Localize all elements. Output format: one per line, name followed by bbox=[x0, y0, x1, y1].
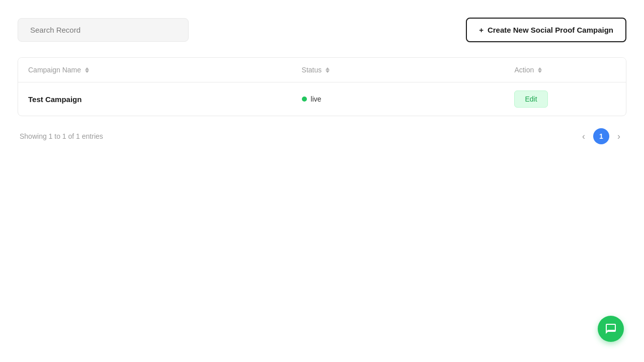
campaign-name-cell: Test Campaign bbox=[18, 82, 292, 116]
sort-up-icon bbox=[538, 67, 542, 70]
action-cell: Edit bbox=[504, 82, 626, 116]
edit-button[interactable]: Edit bbox=[514, 90, 547, 108]
column-header-action[interactable]: Action bbox=[504, 58, 626, 82]
create-campaign-label: Create New Social Proof Campaign bbox=[488, 26, 613, 34]
entries-info: Showing 1 to 1 of 1 entries bbox=[20, 132, 103, 140]
create-campaign-button[interactable]: + Create New Social Proof Campaign bbox=[466, 18, 626, 42]
campaigns-table: Campaign Name Status bbox=[18, 58, 626, 116]
top-bar: + Create New Social Proof Campaign bbox=[18, 18, 626, 42]
sort-icon-campaign[interactable] bbox=[85, 67, 89, 73]
sort-down-icon bbox=[85, 70, 89, 73]
sort-up-icon bbox=[326, 67, 330, 70]
prev-page-button[interactable]: ‹ bbox=[578, 129, 589, 144]
pagination-controls: ‹ 1 › bbox=[578, 128, 624, 144]
sort-icon-action[interactable] bbox=[538, 67, 542, 73]
chat-icon bbox=[605, 323, 617, 335]
column-header-status[interactable]: Status bbox=[292, 58, 505, 82]
campaigns-table-container: Campaign Name Status bbox=[18, 57, 626, 116]
plus-icon: + bbox=[479, 26, 484, 34]
status-cell: live bbox=[292, 82, 505, 116]
table-header-row: Campaign Name Status bbox=[18, 58, 626, 82]
table-body: Test CampaignliveEdit bbox=[18, 82, 626, 116]
column-label-action: Action bbox=[514, 66, 534, 74]
column-label-campaign-name: Campaign Name bbox=[28, 66, 81, 74]
status-text: live bbox=[311, 95, 321, 103]
sort-up-icon bbox=[85, 67, 89, 70]
column-label-status: Status bbox=[302, 66, 322, 74]
table-row: Test CampaignliveEdit bbox=[18, 82, 626, 116]
current-page-badge[interactable]: 1 bbox=[593, 128, 609, 144]
sort-icon-status[interactable] bbox=[326, 67, 330, 73]
sort-down-icon bbox=[538, 70, 542, 73]
pagination-bar: Showing 1 to 1 of 1 entries ‹ 1 › bbox=[18, 128, 626, 144]
campaign-name-text: Test Campaign bbox=[28, 95, 82, 104]
sort-down-icon bbox=[326, 70, 330, 73]
search-input[interactable] bbox=[18, 18, 189, 42]
page-container: + Create New Social Proof Campaign Campa… bbox=[0, 0, 644, 144]
next-page-button[interactable]: › bbox=[613, 129, 624, 144]
chat-fab-button[interactable] bbox=[598, 316, 624, 342]
status-dot bbox=[302, 97, 307, 102]
column-header-campaign-name[interactable]: Campaign Name bbox=[18, 58, 292, 82]
